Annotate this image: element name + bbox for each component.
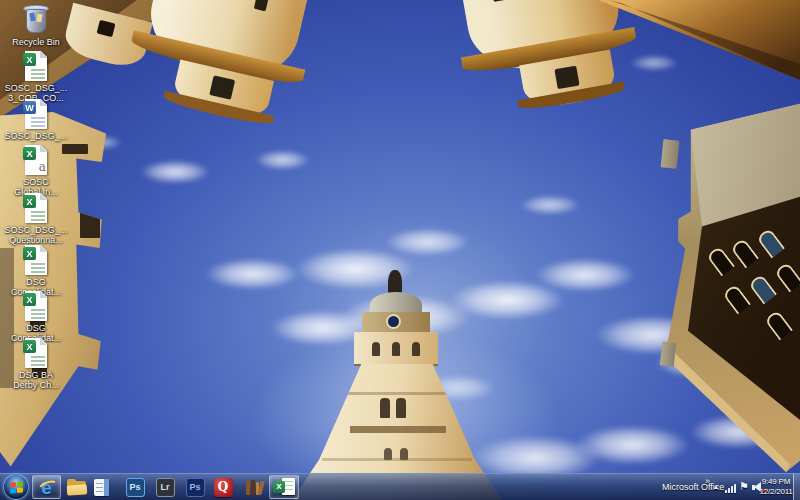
excel-file-icon: X <box>23 51 49 81</box>
tower-upper-tier <box>354 332 438 366</box>
desktop-icon-excel-file[interactable]: X DSG Consolidat... <box>0 291 72 343</box>
desktop-icon-excel-file[interactable]: X a SOSC Global In... <box>0 145 72 197</box>
excel-file-icon: X <box>23 245 49 275</box>
word-file-icon: W <box>23 99 49 129</box>
excel-file-icon: X <box>23 193 49 223</box>
cloud <box>385 228 470 256</box>
taskbar-button-lightroom[interactable]: Lr <box>152 475 178 499</box>
wallpaper-turret-right <box>440 0 680 129</box>
taskbar: e Ps Lr Ps Q <box>0 473 800 500</box>
taskbar-button-photoshop[interactable]: Ps <box>122 475 148 499</box>
cloud <box>255 150 310 170</box>
desktop-icon-excel-file[interactable]: X DSG Consolidat... <box>0 245 72 297</box>
wallpaper-building-right <box>660 100 800 472</box>
desktop-icon-excel-file[interactable]: X SOSC_DSG_... 3_COB_CO... <box>0 51 72 103</box>
windows7-desktop: Recycle Bin X SOSC_DSG_... 3_COB_CO... W… <box>0 0 800 500</box>
document-app-icon <box>94 479 109 496</box>
taskbar-button-internet-explorer[interactable]: e <box>32 475 61 499</box>
excel-file-icon: X <box>23 291 49 321</box>
windows-logo-icon <box>10 481 23 493</box>
clock-date: 12/2/2011 <box>758 487 794 497</box>
excel-badge: X <box>23 195 36 208</box>
file-preview-letter: a <box>39 161 46 173</box>
excel-badge: X <box>23 247 36 260</box>
desktop-icon-excel-file[interactable]: X SOSC_DSG_... Questionna... <box>0 193 72 245</box>
photoshop-icon: Ps <box>186 478 205 497</box>
tower-clock-face <box>386 314 401 329</box>
excel-badge: X <box>23 340 36 353</box>
taskbar-button-excel[interactable]: X <box>269 475 299 499</box>
clock-time: 9:49 PM <box>758 477 794 487</box>
show-desktop-button[interactable] <box>793 474 800 500</box>
excel-file-icon: X a <box>23 145 49 175</box>
desktop-icon-word-file[interactable]: W SOSC_DSG_... <box>0 99 72 141</box>
wallpaper-turret-left <box>96 0 362 147</box>
taskbar-clock[interactable]: 9:49 PM 12/2/2011 <box>758 477 794 497</box>
cloud <box>205 258 300 290</box>
taskbar-button-library[interactable] <box>240 475 266 499</box>
taskbar-button-quicken[interactable]: Q <box>210 475 236 499</box>
tower-clock-band <box>362 312 430 332</box>
toolbar-chevron[interactable]: » <box>705 476 710 486</box>
folder-icon <box>67 479 87 495</box>
show-hidden-icons-button[interactable]: ▴ <box>714 482 718 492</box>
taskbar-button-windows-explorer[interactable] <box>64 475 90 499</box>
excel-icon: X <box>273 478 295 497</box>
network-tray-icon[interactable] <box>725 483 738 493</box>
quicken-icon: Q <box>214 478 233 497</box>
word-badge: W <box>23 101 36 114</box>
icon-label: SOSC_DSG_... <box>5 131 68 141</box>
excel-badge: X <box>23 147 36 160</box>
excel-badge: X <box>23 293 36 306</box>
lightroom-icon: Lr <box>156 478 175 497</box>
photoshop-icon: Ps <box>126 478 145 497</box>
icon-label: Recycle Bin <box>12 37 60 47</box>
desktop-wallpaper <box>0 0 800 500</box>
cloud <box>140 160 210 184</box>
start-button[interactable] <box>3 474 29 500</box>
recycle-bin-icon <box>23 3 49 35</box>
excel-file-icon: X <box>23 338 49 368</box>
books-icon <box>244 479 263 496</box>
desktop-icon-recycle-bin[interactable]: Recycle Bin <box>0 3 72 47</box>
desktop-icon-excel-file[interactable]: X DSG BA Derby Ch... <box>0 338 72 390</box>
wallpaper-city-hall-tower <box>292 268 502 500</box>
cloud <box>535 258 635 292</box>
taskbar-button-photoshop-2[interactable]: Ps <box>182 475 208 499</box>
action-center-flag-icon[interactable]: ⚑ <box>739 480 749 494</box>
icon-label: DSG BA Derby Ch... <box>13 370 59 390</box>
excel-badge: X <box>23 53 36 66</box>
taskbar-button-notes-app[interactable] <box>89 475 113 499</box>
cloud <box>520 195 580 215</box>
icon-label: SOSC_DSG_... Questionna... <box>5 225 68 245</box>
